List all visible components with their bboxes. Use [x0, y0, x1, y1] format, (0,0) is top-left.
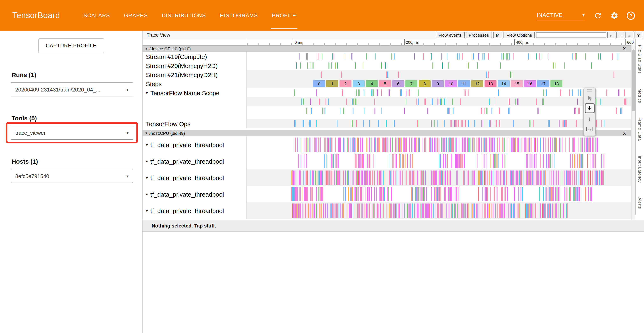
track-canvas[interactable] — [247, 116, 631, 119]
step-block-5[interactable]: 5 — [379, 80, 391, 87]
collapse-icon[interactable]: ▾ — [146, 131, 147, 135]
row-collapse-icon[interactable]: ▾ — [146, 142, 148, 147]
step-block-9[interactable]: 9 — [432, 80, 444, 87]
tab-scalars[interactable]: SCALARS — [76, 0, 117, 31]
ruler-mark: 0 ms — [293, 39, 303, 45]
zoom-tool-button[interactable]: + — [585, 104, 594, 113]
tab-distributions[interactable]: DISTRIBUTIONS — [155, 0, 213, 31]
track-label — [142, 116, 247, 119]
close-group-button[interactable]: X — [623, 46, 626, 51]
refresh-icon[interactable] — [593, 10, 603, 20]
trace-events-canvas[interactable] — [247, 119, 631, 128]
step-block-10[interactable]: 10 — [445, 80, 457, 87]
scrollbar-thumb[interactable] — [632, 50, 635, 111]
close-group-button[interactable]: X — [623, 131, 626, 136]
tools-select-wrap: trace_viewer ▾ — [11, 126, 133, 140]
flow-events-button[interactable]: Flow events — [436, 32, 464, 38]
step-block-16[interactable]: 16 — [524, 80, 536, 87]
m-button[interactable]: M — [493, 32, 502, 38]
vertical-scrollbar[interactable] — [631, 45, 635, 220]
trace-events-canvas[interactable] — [247, 52, 631, 61]
step-block-1[interactable]: 1 — [326, 80, 338, 87]
trace-events-canvas[interactable] — [247, 186, 631, 202]
trace-events-canvas[interactable] — [247, 170, 631, 186]
side-tab-file-size-stats[interactable]: File Size Stats — [638, 45, 642, 74]
tab-profile[interactable]: PROFILE — [265, 0, 303, 31]
trace-events-canvas[interactable] — [247, 61, 631, 70]
header-actions: INACTIVE ▼ ? — [536, 0, 636, 31]
trace-events-canvas[interactable] — [247, 136, 631, 153]
pan-right-button[interactable]: → — [616, 32, 624, 38]
tools-value: trace_viewer — [15, 130, 46, 136]
step-block-13[interactable]: 13 — [484, 80, 496, 87]
runs-select[interactable]: 20200409-231431/train/2020_04_... ▾ — [11, 82, 133, 96]
track-label: ▾tf_data_private_threadpool — [142, 202, 247, 219]
settings-gear-icon[interactable] — [610, 10, 619, 20]
run-status-select[interactable]: INACTIVE ▼ — [536, 11, 586, 20]
step-block-11[interactable]: 11 — [458, 80, 470, 87]
side-tab-frame-data[interactable]: Frame Data — [638, 118, 642, 141]
row-collapse-icon[interactable]: ▾ — [146, 192, 148, 196]
step-block-12[interactable]: 12 — [471, 80, 483, 87]
capture-profile-button[interactable]: CAPTURE PROFILE — [38, 38, 104, 53]
processes-button[interactable]: Processes — [466, 32, 492, 38]
view-options-button[interactable]: View Options — [504, 32, 535, 38]
group-title: /device:GPU:0 (pid 0) — [149, 46, 191, 51]
track-canvas[interactable] — [247, 170, 631, 186]
track-canvas[interactable] — [247, 97, 631, 106]
row-collapse-icon[interactable]: ▾ — [146, 159, 148, 164]
step-block-17[interactable]: 17 — [537, 80, 549, 87]
tab-graphs[interactable]: GRAPHS — [117, 0, 155, 31]
trace-events-canvas[interactable] — [247, 106, 631, 116]
trace-toolbar: Trace View Flow eventsProcessesMView Opt… — [142, 31, 644, 39]
track-canvas[interactable] — [247, 153, 631, 170]
step-block-8[interactable]: 8 — [418, 80, 430, 87]
step-block-14[interactable]: 14 — [498, 80, 510, 87]
track-canvas[interactable] — [247, 136, 631, 153]
step-block-18[interactable]: 18 — [550, 80, 562, 87]
trace-events-canvas[interactable] — [247, 153, 631, 170]
track-canvas[interactable] — [247, 186, 631, 202]
track-canvas[interactable] — [247, 61, 631, 70]
track-canvas[interactable] — [247, 52, 631, 61]
step-block-15[interactable]: 15 — [511, 80, 523, 87]
step-block-0[interactable]: 0 — [313, 80, 325, 87]
tab-histograms[interactable]: HISTOGRAMS — [213, 0, 265, 31]
step-block-6[interactable]: 6 — [392, 80, 404, 87]
step-block-4[interactable]: 4 — [366, 80, 378, 87]
track-canvas[interactable] — [247, 70, 631, 79]
track-canvas[interactable] — [247, 202, 631, 219]
step-block-2[interactable]: 2 — [340, 80, 352, 87]
track-canvas[interactable] — [247, 88, 631, 97]
trace-search-input[interactable] — [536, 32, 606, 38]
selection-tool-button[interactable] — [585, 93, 594, 103]
trace-help-button[interactable]: ? — [634, 32, 642, 38]
track-label: Stream #21(MemcpyD2H) — [142, 70, 247, 79]
trace-events-canvas[interactable] — [247, 88, 631, 97]
track-canvas[interactable] — [247, 106, 631, 116]
page-forward-button[interactable]: » — [626, 32, 633, 38]
track-canvas[interactable]: 0123456789101112131415161718 — [247, 79, 631, 88]
side-tab-alerts[interactable]: Alerts — [638, 198, 642, 209]
help-icon[interactable]: ? — [626, 10, 636, 20]
trace-events-canvas[interactable] — [247, 97, 631, 106]
side-tab-input-latency[interactable]: Input Latency — [638, 156, 642, 183]
track-label-text: tf_data_private_threadpool — [150, 158, 224, 165]
tools-select[interactable]: trace_viewer ▾ — [11, 126, 133, 140]
step-block-3[interactable]: 3 — [353, 80, 365, 87]
hosts-select[interactable]: 8efc5e791540 ▾ — [11, 169, 133, 183]
row-collapse-icon[interactable]: ▾ — [146, 90, 148, 95]
side-tab-metrics[interactable]: Metrics — [638, 88, 642, 103]
timing-tool-button[interactable]: ↔ — [585, 124, 594, 134]
pan-left-button[interactable]: ← — [607, 32, 615, 38]
row-collapse-icon[interactable]: ▾ — [146, 175, 148, 180]
trace-events-canvas[interactable] — [247, 70, 631, 79]
trace-events-canvas[interactable] — [247, 202, 631, 219]
palette-grip[interactable] — [587, 90, 592, 92]
pan-tool-button[interactable]: ↓ — [585, 114, 594, 124]
collapse-icon[interactable]: ▾ — [146, 46, 147, 51]
step-block-7[interactable]: 7 — [406, 80, 418, 87]
row-collapse-icon[interactable]: ▾ — [146, 208, 148, 213]
track-area: ▾/device:GPU:0 (pid 0)XStream #19(Comput… — [142, 45, 631, 220]
track-canvas[interactable] — [247, 119, 631, 128]
